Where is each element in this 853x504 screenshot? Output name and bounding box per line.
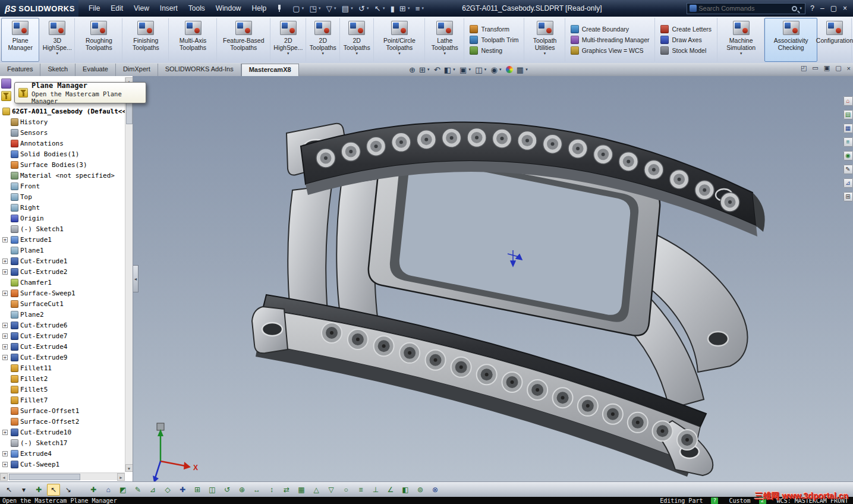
menu-item[interactable]: View	[128, 1, 155, 15]
open-document[interactable]: ◳ ▼	[307, 4, 323, 14]
toolpath-utilities-button[interactable]: Toolpath Utilities ▼	[524, 18, 565, 62]
expand-toggle-icon[interactable]: +	[2, 237, 8, 242]
roughing-toolpaths[interactable]: Roughing Toolpaths ▼	[75, 18, 122, 62]
expand-toggle-icon[interactable]: +	[2, 333, 8, 339]
select-filter-icon[interactable]: ✚	[32, 484, 45, 496]
previous-view-icon[interactable]: ↶ ▼	[434, 66, 440, 74]
scroll-down-icon[interactable]: ▼	[125, 464, 133, 472]
cam-tool-icon[interactable]: ↔	[250, 484, 263, 496]
cam-tool-icon[interactable]: ⊥	[369, 484, 382, 496]
feature-tree-item[interactable]: + Cut-Extrude4	[0, 341, 125, 352]
select-tool[interactable]: ↖ ▼	[373, 4, 388, 14]
pin-menu-icon[interactable]	[275, 4, 284, 12]
cam-tool-icon[interactable]: ✚	[176, 484, 189, 496]
feature-tree-item[interactable]: + Origin	[0, 213, 125, 223]
lathe-toolpaths[interactable]: Lathe Toolpaths ▼	[425, 18, 464, 62]
expand-toggle-icon[interactable]: +	[2, 451, 8, 456]
graphics-viewport[interactable]: X ◄ ⌂▤▦≡◉✎⊿⊞	[133, 76, 853, 481]
cam-tool-icon[interactable]: ⊕	[235, 484, 248, 496]
tree-vertical-scrollbar[interactable]: ▲ ▼	[125, 77, 133, 472]
zoom-to-area-icon[interactable]: ⊞ ▼	[419, 66, 430, 74]
search-dropdown-icon[interactable]: ▼	[799, 7, 802, 10]
display-style-icon[interactable]: ◫ ▼	[475, 66, 487, 74]
home-view-icon[interactable]: ⌂	[843, 96, 853, 106]
edit-appearance-icon[interactable]: ● ▼	[506, 66, 513, 73]
expand-toggle-icon[interactable]: +	[2, 430, 8, 435]
scroll-right-icon[interactable]: ►	[117, 473, 125, 481]
search-commands-box[interactable]: ▼	[687, 3, 805, 14]
feature-tree-item[interactable]: + Fillet5	[0, 384, 125, 395]
cam-tool-icon[interactable]: ✚	[87, 484, 100, 496]
feature-tree-item[interactable]: + History	[0, 116, 125, 127]
feature-tree-item[interactable]: + Sensors	[0, 127, 125, 138]
cam-tool-icon[interactable]: ◫	[206, 484, 219, 496]
feature-tree-item[interactable]: + SurfaceCut1	[0, 298, 125, 309]
feature-tree-item[interactable]: + Extrude1	[0, 234, 125, 245]
2d-toolpaths-2[interactable]: 2D Toolpaths ▼	[340, 18, 374, 62]
2d-toolpaths[interactable]: 2D Toolpaths ▼	[306, 18, 340, 62]
expand-toggle-icon[interactable]: +	[2, 291, 8, 296]
cam-tool-icon[interactable]: ▦	[295, 484, 308, 496]
feature-tree-item[interactable]: + Cut-Sweep1	[0, 459, 125, 470]
feature-tree-item[interactable]: + Cut-Extrude9	[0, 352, 125, 363]
expand-toggle-icon[interactable]: +	[2, 259, 8, 264]
feature-tree-item[interactable]: + Annotations	[0, 138, 125, 149]
feature-tree-item[interactable]: + Fillet7	[0, 395, 125, 405]
finishing-toolpaths[interactable]: Finishing Toolpaths ▼	[122, 18, 169, 62]
feature-tree-item[interactable]: + Top	[0, 191, 125, 202]
transform-button[interactable]: Transform	[468, 24, 520, 34]
feature-tree-item[interactable]: + Cut-Extrude7	[0, 330, 125, 341]
ribbon-tab[interactable]: Sketch	[40, 64, 75, 76]
pane-full-icon[interactable]: ▭	[812, 64, 818, 72]
apply-scene-icon[interactable]: ▦ ▼	[517, 66, 528, 74]
minimize-button[interactable]: –	[820, 5, 824, 12]
menu-item[interactable]: Tools	[183, 1, 210, 15]
cam-tool-icon[interactable]: ○	[339, 484, 352, 496]
cam-tool-icon[interactable]: ⊚	[414, 484, 427, 496]
search-input[interactable]	[698, 5, 790, 12]
section-view-icon[interactable]: ◧ ▼	[444, 66, 456, 74]
multi-threading-manager-button[interactable]: Multi-threading Manager	[569, 35, 651, 45]
print-document[interactable]: ▤ ▼	[340, 4, 355, 14]
graphics-view-icon[interactable]: ◉	[843, 151, 853, 160]
draw-axes-button[interactable]: Draw Axes	[659, 35, 713, 45]
pane-split-icon[interactable]: ◰	[801, 64, 807, 72]
cursor-alt-icon[interactable]: ↘	[62, 484, 75, 496]
feature-tree-item[interactable]: + (-) Sketch17	[0, 437, 125, 448]
levels-icon[interactable]: ≡	[843, 137, 853, 147]
feature-tree-item[interactable]: + Cut-Extrude2	[0, 266, 125, 277]
stock-model-button[interactable]: Stock Model	[659, 46, 713, 55]
view-orientation-icon[interactable]: ▣ ▼	[459, 66, 471, 74]
measure-icon[interactable]: ⊿	[843, 178, 853, 188]
cam-tool-icon[interactable]: ⊗	[429, 484, 442, 496]
ribbon-tab[interactable]: DimXpert	[116, 64, 158, 76]
feature-tree-item[interactable]: + Plane1	[0, 245, 125, 256]
cam-tool-icon[interactable]: ↺	[221, 484, 234, 496]
point-circle-toolpaths[interactable]: Point/Circle Toolpaths ▼	[374, 18, 425, 62]
feature-tree-item[interactable]: + Surface Bodies(3)	[0, 159, 125, 170]
file-properties[interactable]: ⊞ ▼	[398, 4, 413, 14]
select-pointer-icon[interactable]: ↖	[2, 484, 15, 496]
expand-toggle-icon[interactable]: +	[2, 462, 8, 467]
cam-tool-icon[interactable]: ▽	[325, 484, 338, 496]
3d-highspeed-toolpaths[interactable]: 3D HighSpe... ▼	[39, 18, 75, 62]
menu-item[interactable]: Help	[247, 1, 272, 15]
feature-tree-item[interactable]: + Right	[0, 202, 125, 213]
menu-item[interactable]: Window	[210, 1, 247, 15]
feature-based-toolpaths[interactable]: Feature-Based Toolpaths ▼	[217, 18, 270, 62]
feature-tree-item[interactable]: + Chamfer1	[0, 277, 125, 288]
search-icon[interactable]	[792, 6, 797, 11]
close-button[interactable]: ×	[843, 5, 847, 12]
feature-tree-item[interactable]: + Solid Bodies(1)	[0, 149, 125, 159]
ribbon-tab[interactable]: SOLIDWORKS Add-Ins	[158, 64, 241, 76]
configuration-button[interactable]: Configuration	[817, 18, 852, 62]
plane-manager-tool-icon[interactable]	[1, 78, 11, 89]
cad-model-watch-casebody[interactable]: X	[133, 76, 853, 481]
expand-toggle-icon[interactable]: +	[2, 323, 8, 328]
new-document[interactable]: ▢ ▼	[291, 4, 306, 14]
save-document[interactable]: ▽ ▼	[325, 4, 339, 14]
feature-tree-item[interactable]: + Surface-Offset2	[0, 416, 125, 427]
feature-tree-item[interactable]: + Cut-Extrude10	[0, 427, 125, 437]
machine-simulation-button[interactable]: Machine Simulation ▼	[717, 18, 764, 62]
toolpaths-manager-icon[interactable]: ▤	[843, 110, 853, 119]
